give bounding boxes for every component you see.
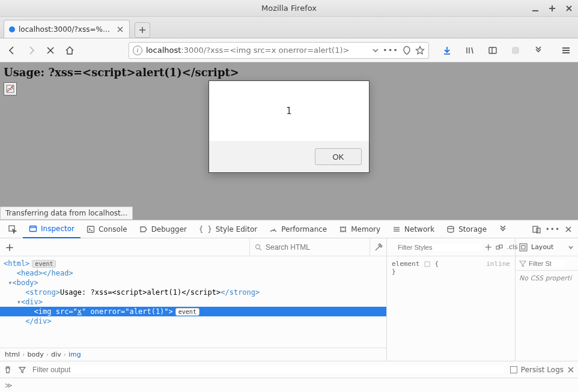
usage-heading: Usage: ?xss=<script>alert(1)</script> <box>4 66 239 79</box>
svg-rect-17 <box>513 47 519 53</box>
devtools-tab-inspector[interactable]: Inspector <box>23 220 81 238</box>
devtools-layout-empty: No CSS properti <box>516 271 578 361</box>
page-actions-icon[interactable]: ••• <box>383 46 398 55</box>
alert-ok-button[interactable]: OK <box>315 148 362 165</box>
devtools-pseudo-button[interactable] <box>496 244 503 251</box>
alert-dialog: 1 OK <box>208 80 370 173</box>
url-bar[interactable]: i localhost:3000/?xss=<img src=x onerror… <box>129 42 429 59</box>
navigation-toolbar: i localhost:3000/?xss=<img src=x onerror… <box>0 38 578 62</box>
tab-close-button[interactable] <box>116 25 124 34</box>
devtools-rules-panel: + .cls element {inline } <box>387 238 516 361</box>
devtools-tab-storage[interactable]: Storage <box>440 220 493 238</box>
devtools-tab-memory[interactable]: Memory <box>333 220 386 238</box>
devtools-filter-styles-input[interactable] <box>398 244 481 251</box>
svg-rect-49 <box>496 246 499 249</box>
devtools-search-input[interactable] <box>266 243 350 252</box>
devtools-selected-node: <img src="x" onerror="alert(1)">event <box>0 307 386 316</box>
svg-rect-41 <box>533 226 538 232</box>
forward-button[interactable] <box>23 42 40 59</box>
persist-logs-checkbox[interactable] <box>510 366 517 373</box>
sidebar-button[interactable] <box>484 42 501 59</box>
devtools-console-close-button[interactable] <box>567 366 574 373</box>
funnel-icon[interactable] <box>18 366 26 374</box>
home-button[interactable] <box>61 42 78 59</box>
devtools-tab-console[interactable]: Console <box>81 220 133 238</box>
window-close-button[interactable] <box>564 3 574 14</box>
devtools-tab-performance[interactable]: Performance <box>263 220 333 238</box>
overflow-button[interactable] <box>530 42 547 59</box>
devtools-layout-panel: Layout No CSS properti <box>516 238 578 361</box>
bookmark-star-icon[interactable] <box>415 46 425 55</box>
devtools-tab-style-editor[interactable]: { } Style Editor <box>193 220 263 238</box>
devtools-responsive-button[interactable] <box>532 225 541 234</box>
devtools-markup-panel: + <html>event <head></head> ▾<body> <str… <box>0 238 387 361</box>
svg-line-46 <box>260 249 261 250</box>
devtools-clear-button[interactable] <box>4 366 12 374</box>
browser-tab[interactable]: localhost:3000/?xss=%3Cim <box>4 20 130 38</box>
tab-bar: localhost:3000/?xss=%3Cim <box>0 17 578 38</box>
funnel-icon <box>519 260 526 267</box>
devtools-add-rule-button[interactable]: + <box>484 241 492 253</box>
devtools-console-toolbar: Persist Logs <box>0 361 578 378</box>
alert-message: 1 <box>209 81 369 141</box>
devtools-split-console-prompt[interactable]: ≫ <box>0 378 578 392</box>
svg-point-40 <box>448 226 454 229</box>
url-text: localhost:3000/?xss=<img src=x onerror=a… <box>146 46 368 55</box>
tab-title: localhost:3000/?xss=%3Cim <box>19 25 112 34</box>
site-info-icon[interactable]: i <box>133 46 142 55</box>
svg-rect-15 <box>489 47 496 53</box>
svg-rect-30 <box>341 228 345 231</box>
svg-rect-50 <box>499 245 502 248</box>
devtools-tabbar: Inspector Console Debugger { } Style Edi… <box>0 220 578 238</box>
devtools-breadcrumbs[interactable]: html› body› div› img <box>0 348 386 361</box>
hamburger-menu-button[interactable] <box>558 42 574 59</box>
library-button[interactable] <box>461 42 478 59</box>
persist-logs-label: Persist Logs <box>521 366 564 374</box>
svg-rect-27 <box>87 226 94 232</box>
downloads-button[interactable] <box>439 42 455 59</box>
devtools-eyedropper-button[interactable] <box>370 238 386 256</box>
svg-line-14 <box>472 47 473 53</box>
devtools: Inspector Console Debugger { } Style Edi… <box>0 220 578 392</box>
devtools-tab-network[interactable]: Network <box>386 220 440 238</box>
devtools-menu-button[interactable]: ••• <box>546 225 560 234</box>
url-dropdown-icon[interactable] <box>372 47 379 54</box>
svg-rect-25 <box>30 226 37 231</box>
broken-image-icon <box>4 82 17 95</box>
window-maximize-button[interactable] <box>547 3 558 14</box>
devtools-box-model-icon[interactable] <box>519 243 528 252</box>
devtools-add-node-button[interactable]: + <box>0 241 19 253</box>
devtools-pick-element-button[interactable] <box>2 220 23 238</box>
devtools-layout-filter-input[interactable] <box>529 260 565 267</box>
window-titlebar: Mozilla Firefox <box>0 0 578 17</box>
svg-rect-51 <box>425 262 430 267</box>
back-button[interactable] <box>4 42 20 59</box>
svg-line-29 <box>273 229 275 231</box>
svg-point-45 <box>256 244 260 249</box>
devtools-dom-tree[interactable]: <html>event <head></head> ▾<body> <stron… <box>0 256 386 348</box>
window-title: Mozilla Firefox <box>261 4 317 13</box>
devtools-tab-debugger[interactable]: Debugger <box>133 220 193 238</box>
devtools-tabs-overflow[interactable] <box>493 220 513 238</box>
window-minimize-button[interactable] <box>530 3 541 14</box>
svg-rect-53 <box>522 246 525 249</box>
page-content: Usage: ?xss=<script>alert(1)</script> 1 … <box>0 62 578 220</box>
tab-loading-icon <box>9 26 15 32</box>
extension-button[interactable] <box>507 42 524 59</box>
stop-button[interactable] <box>42 42 59 59</box>
devtools-close-button[interactable] <box>565 226 572 233</box>
chevron-down-icon[interactable] <box>567 244 574 251</box>
devtools-console-filter-input[interactable] <box>32 366 504 374</box>
reader-mode-icon[interactable] <box>402 46 412 55</box>
status-bar: Transferring data from localhost... <box>0 207 133 220</box>
svg-rect-52 <box>520 244 527 251</box>
new-tab-button[interactable] <box>135 22 150 38</box>
devtools-search-html[interactable] <box>249 238 370 256</box>
